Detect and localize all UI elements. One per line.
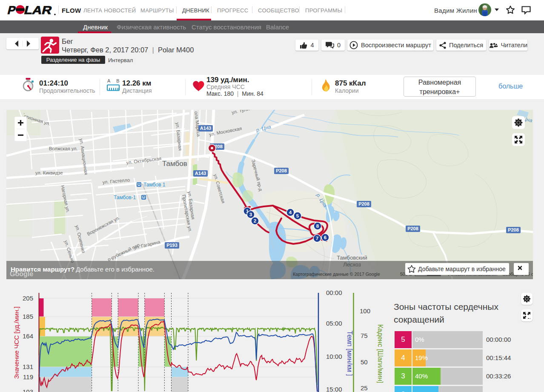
svg-text:8: 8 — [316, 223, 319, 229]
svg-text:Р208: Р208 — [358, 201, 369, 206]
svg-text:15:00: 15:00 — [326, 386, 342, 392]
svg-text:50: 50 — [361, 358, 368, 366]
svg-text:Темп [мин/км ]: Темп [мин/км ] — [346, 331, 353, 376]
svg-text:Добавьте его в избранное.: Добавьте его в избранное. — [76, 266, 155, 273]
svg-text:3: 3 — [249, 212, 252, 217]
svg-text:А143: А143 — [200, 126, 211, 131]
svg-text:Значение ЧСС [уд./мин.]: Значение ЧСС [уд./мин.] — [13, 306, 20, 379]
svg-text:4: 4 — [289, 210, 292, 215]
svg-text:Р193: Р193 — [166, 243, 178, 248]
svg-text:Р208: Р208 — [407, 226, 418, 231]
svg-text:103: 103 — [23, 388, 33, 392]
svg-text:Волжская ул.: Волжская ул. — [49, 146, 77, 151]
svg-text:05:00: 05:00 — [326, 320, 342, 327]
svg-text:LAR: LAR — [23, 4, 54, 16]
svg-text:10:00: 10:00 — [326, 353, 342, 360]
svg-text:Тамбов-1: Тамбов-1 — [114, 195, 136, 200]
svg-text:5: 5 — [296, 213, 299, 218]
svg-text:100: 100 — [360, 307, 370, 315]
svg-text:164: 164 — [23, 332, 33, 340]
svg-text:Нравится маршрут?: Нравится маршрут? — [11, 266, 74, 273]
svg-text:Каденс [Шаги/мин]: Каденс [Шаги/мин] — [377, 324, 384, 383]
svg-text:P: P — [6, 4, 17, 16]
svg-text:Тамбов 1: Тамбов 1 — [143, 182, 166, 188]
svg-text:2: 2 — [254, 218, 256, 223]
svg-text:131: 131 — [23, 363, 33, 370]
svg-text:Р208: Р208 — [276, 168, 287, 173]
svg-text:75: 75 — [361, 332, 368, 339]
svg-text:7: 7 — [316, 236, 318, 241]
svg-text:00:00: 00:00 — [326, 289, 342, 296]
svg-text:Тамбовский: Тамбовский — [337, 255, 367, 261]
svg-text:Картографические данные © 2017: Картографические данные © 2017 Google — [293, 272, 380, 277]
svg-text:6: 6 — [324, 235, 326, 240]
svg-text:185: 185 — [23, 313, 33, 320]
svg-text:25: 25 — [361, 384, 368, 392]
svg-text:205: 205 — [23, 295, 33, 302]
svg-text:Добавьте маршрут в избранное: Добавьте маршрут в избранное — [418, 266, 506, 272]
svg-text:Р208: Р208 — [508, 227, 519, 232]
svg-text:Тамбов: Тамбов — [162, 160, 187, 168]
svg-text:А143: А143 — [195, 171, 206, 176]
svg-text:119: 119 — [23, 373, 33, 381]
svg-text:ул. Киквидзе: ул. Киквидзе — [35, 170, 63, 175]
